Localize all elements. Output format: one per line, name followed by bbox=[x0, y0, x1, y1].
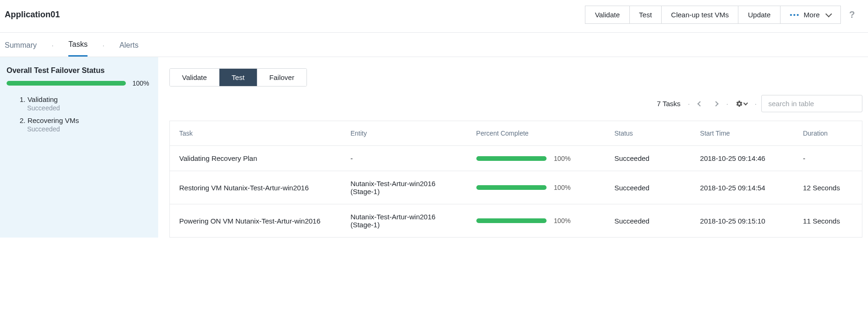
col-start-time[interactable]: Start Time bbox=[691, 121, 794, 146]
cell-duration: 12 Seconds bbox=[794, 171, 862, 204]
tab-alerts[interactable]: Alerts bbox=[119, 41, 139, 56]
validate-button[interactable]: Validate bbox=[585, 6, 629, 24]
cell-task: Validating Recovery Plan bbox=[170, 146, 341, 171]
task-count: 7 Tasks bbox=[657, 100, 681, 108]
table-row[interactable]: Powering ON VM Nutanix-Test-Artur-win201… bbox=[170, 204, 862, 238]
header-bar: Application01 Validate Test Clean-up tes… bbox=[0, 0, 868, 33]
table-header-row: Task Entity Percent Complete Status Star… bbox=[170, 121, 862, 146]
col-task[interactable]: Task bbox=[170, 121, 341, 146]
percent-text: 100% bbox=[554, 155, 571, 162]
tab-tasks[interactable]: Tasks bbox=[68, 40, 88, 57]
more-label: More bbox=[804, 11, 820, 19]
cell-percent: 100% bbox=[467, 204, 605, 238]
seg-test[interactable]: Test bbox=[219, 69, 257, 86]
chevron-left-icon bbox=[698, 101, 703, 106]
tabs-bar: Summary · Tasks · Alerts bbox=[0, 33, 868, 57]
search-input[interactable] bbox=[766, 95, 859, 112]
percent-text: 100% bbox=[554, 217, 571, 224]
percent-bar bbox=[476, 156, 547, 161]
tasks-table: Task Entity Percent Complete Status Star… bbox=[169, 121, 862, 238]
separator-dot: · bbox=[726, 100, 728, 108]
search-wrap bbox=[761, 95, 862, 112]
chevron-right-icon bbox=[714, 101, 719, 106]
tab-separator: · bbox=[102, 42, 104, 56]
header-actions: Validate Test Clean-up test VMs Update •… bbox=[585, 6, 863, 24]
separator-dot: · bbox=[755, 100, 757, 108]
cell-status: Succeeded bbox=[605, 204, 691, 238]
cell-start-time: 2018-10-25 09:14:46 bbox=[691, 146, 794, 171]
chevron-down-icon bbox=[744, 101, 748, 105]
seg-failover[interactable]: Failover bbox=[257, 69, 306, 86]
content-area: Overall Test Failover Status 100% 1. Val… bbox=[0, 57, 868, 238]
cell-entity: Nutanix-Test-Artur-win2016 (Stage-1) bbox=[341, 171, 467, 204]
cell-start-time: 2018-10-25 09:15:10 bbox=[691, 204, 794, 238]
cell-status: Succeeded bbox=[605, 146, 691, 171]
cell-start-time: 2018-10-25 09:14:54 bbox=[691, 171, 794, 204]
cell-duration: - bbox=[794, 146, 862, 171]
percent-bar bbox=[476, 185, 547, 190]
step-label: 2. Recovering VMs bbox=[20, 116, 152, 124]
progress-percent: 100% bbox=[132, 79, 149, 87]
cell-duration: 11 Seconds bbox=[794, 204, 862, 238]
col-status[interactable]: Status bbox=[605, 121, 691, 146]
cell-percent: 100% bbox=[467, 146, 605, 171]
sidebar-title: Overall Test Failover Status bbox=[7, 66, 152, 75]
col-percent-complete[interactable]: Percent Complete bbox=[467, 121, 605, 146]
page-title: Application01 bbox=[5, 10, 60, 20]
test-button[interactable]: Test bbox=[629, 6, 662, 24]
percent-text: 100% bbox=[554, 184, 571, 191]
chevron-down-icon bbox=[825, 10, 832, 17]
step-item: 2. Recovering VMs Succeeded bbox=[20, 116, 152, 133]
percent-bar bbox=[476, 218, 547, 223]
sidebar: Overall Test Failover Status 100% 1. Val… bbox=[0, 57, 158, 238]
step-label: 1. Validating bbox=[20, 95, 152, 103]
update-button[interactable]: Update bbox=[738, 6, 780, 24]
seg-validate[interactable]: Validate bbox=[170, 69, 219, 86]
cell-status: Succeeded bbox=[605, 171, 691, 204]
more-button[interactable]: ••• More bbox=[780, 6, 841, 24]
step-status: Succeeded bbox=[20, 104, 152, 112]
segmented-control: Validate Test Failover bbox=[169, 68, 307, 87]
progress-fill bbox=[7, 81, 126, 86]
table-controls: 7 Tasks · · · bbox=[169, 87, 868, 121]
progress-bar bbox=[7, 81, 126, 86]
table-row[interactable]: Restoring VM Nutanix-Test-Artur-win2016 … bbox=[170, 171, 862, 204]
tab-separator: · bbox=[51, 42, 53, 56]
step-list: 1. Validating Succeeded 2. Recovering VM… bbox=[7, 95, 152, 133]
next-page-button[interactable] bbox=[710, 98, 722, 109]
cell-task: Restoring VM Nutanix-Test-Artur-win2016 bbox=[170, 171, 341, 204]
tab-summary[interactable]: Summary bbox=[5, 41, 36, 56]
cell-entity: Nutanix-Test-Artur-win2016 (Stage-1) bbox=[341, 204, 467, 238]
step-item: 1. Validating Succeeded bbox=[20, 95, 152, 112]
help-button[interactable]: ? bbox=[841, 9, 863, 20]
col-entity[interactable]: Entity bbox=[341, 121, 467, 146]
cleanup-test-vms-button[interactable]: Clean-up test VMs bbox=[661, 6, 738, 24]
settings-button[interactable] bbox=[733, 98, 750, 109]
ellipsis-icon: ••• bbox=[790, 11, 800, 19]
main: Validate Test Failover 7 Tasks · · · T bbox=[158, 57, 868, 238]
table-row[interactable]: Validating Recovery Plan - 100% Succeede… bbox=[170, 146, 862, 171]
gear-icon bbox=[736, 100, 743, 108]
col-duration[interactable]: Duration bbox=[794, 121, 862, 146]
cell-task: Powering ON VM Nutanix-Test-Artur-win201… bbox=[170, 204, 341, 238]
separator-dot: · bbox=[688, 100, 690, 108]
step-status: Succeeded bbox=[20, 125, 152, 133]
overall-progress: 100% bbox=[7, 79, 152, 87]
prev-page-button[interactable] bbox=[694, 98, 706, 109]
cell-entity: - bbox=[341, 146, 467, 171]
cell-percent: 100% bbox=[467, 171, 605, 204]
